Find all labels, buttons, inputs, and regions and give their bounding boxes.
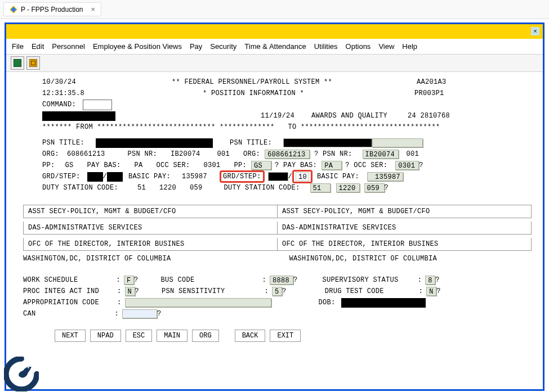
npad-button[interactable]: NPAD <box>90 330 121 342</box>
to-band: TO ********************************* <box>288 123 440 131</box>
from-grade-redacted <box>87 172 103 182</box>
from-basicpay-label: BASIC PAY: <box>128 173 171 181</box>
from-step-redacted <box>107 172 123 182</box>
from-pp: GS <box>65 161 74 169</box>
command-input[interactable] <box>83 100 112 110</box>
psn-sens-field[interactable]: 5 <box>272 287 282 296</box>
menu-time-attendance[interactable]: Time & Attendance <box>244 42 306 51</box>
menu-options[interactable]: Options <box>346 42 371 51</box>
to-step-field[interactable]: 10 <box>296 172 309 181</box>
menu-security[interactable]: Security <box>210 42 236 51</box>
to-basicpay-field[interactable]: 135987 <box>367 172 403 181</box>
toolbar <box>6 55 543 72</box>
menu-personnel[interactable]: Personnel <box>52 42 85 51</box>
menu-utilities[interactable]: Utilities <box>314 42 338 51</box>
from-paybas: PA <box>135 161 143 169</box>
work-schedule-label: WORK SCHEDULE <box>23 276 78 284</box>
menu-help[interactable]: Help <box>402 42 417 51</box>
to-org-2: DAS-ADMINISTRATIVE SERVICES <box>278 222 532 235</box>
menu-pay[interactable]: Pay <box>190 42 202 51</box>
dob-redacted <box>341 298 426 308</box>
next-button[interactable]: NEXT <box>55 330 86 342</box>
to-org-1: ASST SECY-POLICY, MGMT & BUDGET/CFO <box>278 205 532 218</box>
exit-button[interactable]: EXIT <box>270 330 301 342</box>
from-org: 608661213 <box>67 150 105 158</box>
from-psn-nr: IB20074 <box>171 150 200 158</box>
esc-button[interactable]: ESC <box>126 330 153 342</box>
main-button[interactable]: MAIN <box>157 330 188 342</box>
work-schedule-field[interactable]: F <box>124 276 134 285</box>
to-grade-field[interactable] <box>268 172 288 181</box>
proc-field[interactable]: N <box>125 287 135 296</box>
from-duty-label: DUTY STATION CODE: <box>42 184 118 192</box>
approp-field[interactable] <box>125 298 271 307</box>
bus-code-label: BUS CODE <box>161 276 195 284</box>
terminal-area: 10/30/24 ** FEDERAL PERSONNEL/PAYROLL SY… <box>6 72 543 342</box>
svg-point-2 <box>28 367 29 368</box>
menu-file[interactable]: File <box>12 42 24 51</box>
menu-edit[interactable]: Edit <box>32 42 44 51</box>
psn-sens-label: PSN SENSITIVITY <box>162 287 225 295</box>
from-org-2: DAS-ADMINISTRATIVE SERVICES <box>23 222 278 235</box>
to-occser-label: ? OCC SER: <box>345 161 387 169</box>
from-location: WASHINGTON,DC, DISTRICT OF COLUMBIA <box>23 255 171 263</box>
question-mark-icon: ? <box>385 184 389 192</box>
from-occser: 0301 <box>204 161 221 169</box>
to-psn-title-field[interactable] <box>372 138 423 147</box>
sup-status-label: SUPERVISORY STATUS <box>323 276 399 284</box>
from-duty3: 059 <box>190 184 203 192</box>
from-org-1: ASST SECY-POLICY, MGMT & BUDGET/CFO <box>23 205 278 218</box>
system-banner: ** FEDERAL PERSONNEL/PAYROLL SYSTEM ** <box>172 78 332 86</box>
close-icon[interactable]: × <box>91 5 96 13</box>
to-paybas-label: ? PAY BAS: <box>275 161 317 169</box>
from-psn-nr-seq: 001 <box>217 150 230 158</box>
from-grdstep-label: GRD/STEP: <box>42 173 81 181</box>
toolbar-button-2[interactable] <box>26 56 40 70</box>
org-button[interactable]: ORG <box>192 330 219 342</box>
window-tab-title: P - FPPS Production <box>21 6 83 13</box>
to-duty3-field[interactable]: 059 <box>364 183 385 192</box>
app-frame: × File Edit Personnel Employee & Positio… <box>5 22 544 391</box>
question-mark-icon: ? <box>419 161 423 169</box>
menu-bar: File Edit Personnel Employee & Position … <box>6 39 543 55</box>
menu-employee-position-views[interactable]: Employee & Position Views <box>93 42 182 51</box>
toolbar-button-1[interactable] <box>11 56 24 70</box>
menu-view[interactable]: View <box>378 42 394 51</box>
sup-status-field[interactable]: 8 <box>425 276 435 285</box>
redacted-user <box>42 111 115 121</box>
from-org-3: OFC OF THE DIRECTOR, INTERIOR BUSINES <box>23 238 278 251</box>
org-hierarchy-row-1: ASST SECY-POLICY, MGMT & BUDGET/CFO ASST… <box>23 205 532 218</box>
action-name: AWARDS AND QUALITY <box>311 112 387 120</box>
grdstep-highlight: GRD/STEP: <box>220 170 265 183</box>
app-icon <box>10 6 17 13</box>
to-pp-label: PP: <box>234 161 247 169</box>
title-bar: × <box>6 24 543 39</box>
to-duty1-field[interactable]: 51 <box>310 183 331 192</box>
can-label: CAN <box>23 310 36 318</box>
titlebar-close-button[interactable]: × <box>531 27 539 35</box>
dob-label: DOB: <box>319 299 336 307</box>
to-org-label: ORG: <box>243 150 260 158</box>
bus-code-field[interactable]: 8888 <box>270 276 293 285</box>
proc-label: PROC INTEG ACT IND <box>23 287 99 295</box>
window-tab[interactable]: P - FPPS Production × <box>3 2 101 16</box>
to-psn-title-label: PSN TITLE: <box>230 139 272 147</box>
to-paybas-field[interactable]: PA <box>322 161 342 170</box>
to-occser-field[interactable]: 0301 <box>395 161 419 170</box>
to-pp-field[interactable]: GS <box>251 161 271 170</box>
header-date: 10/30/24 <box>42 78 76 86</box>
to-psn-nr-field[interactable]: IB20074 <box>363 150 399 159</box>
to-duty-label: DUTY STATION CODE: <box>224 184 300 192</box>
back-button[interactable]: BACK <box>235 330 266 342</box>
to-psn-nr-label: ? PSN NR: <box>314 150 352 158</box>
drug-label: DRUG TEST CODE <box>325 287 384 295</box>
can-field[interactable] <box>122 309 157 318</box>
to-org-field[interactable]: 608661213 <box>265 150 310 159</box>
header-time: 12:31:35.8 <box>42 89 84 97</box>
action-seq: 24 2810768 <box>408 112 450 120</box>
from-duty1: 51 <box>137 184 146 192</box>
drug-field[interactable]: N <box>426 287 436 296</box>
to-duty2-field[interactable]: 1220 <box>336 183 360 192</box>
screen-code-1: AA201A3 <box>417 78 447 86</box>
approp-label: APPROPRIATION CODE <box>23 299 99 307</box>
